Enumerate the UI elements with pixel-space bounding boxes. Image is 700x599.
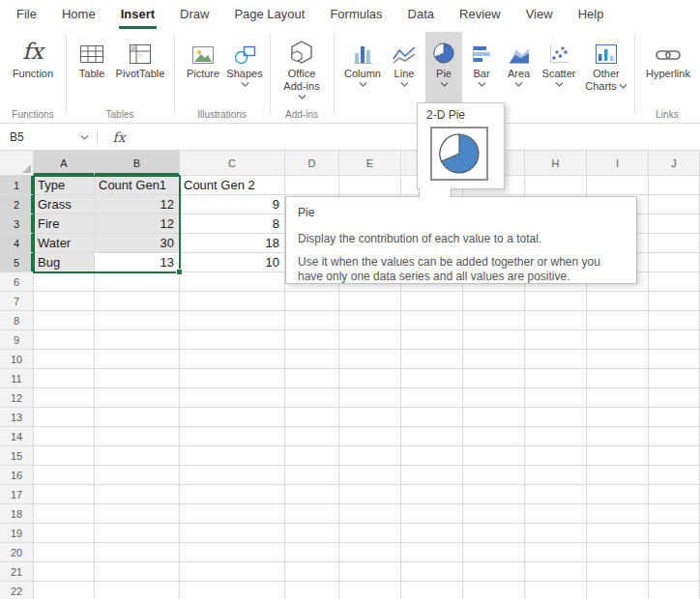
row-header-13[interactable]: 13 <box>0 408 34 427</box>
cell-H16[interactable] <box>525 466 587 485</box>
cell-E21[interactable] <box>339 562 401 582</box>
cell-E15[interactable] <box>339 446 401 466</box>
row-header-17[interactable]: 17 <box>0 485 34 504</box>
row-header-10[interactable]: 10 <box>0 350 34 369</box>
cell-E17[interactable] <box>339 485 401 504</box>
cell-C8[interactable] <box>180 311 285 330</box>
scatter-chart-button[interactable]: Scatter <box>538 32 580 102</box>
cell-H21[interactable] <box>525 562 587 582</box>
cell-B10[interactable] <box>95 350 180 369</box>
cell-G22[interactable] <box>463 582 525 599</box>
cell-C3[interactable]: 8 <box>180 214 285 234</box>
cell-B13[interactable] <box>95 408 180 427</box>
cell-J2[interactable] <box>649 195 700 214</box>
tab-data[interactable]: Data <box>395 0 447 29</box>
cell-F20[interactable] <box>401 543 463 562</box>
cell-D11[interactable] <box>285 369 339 388</box>
cell-B9[interactable] <box>95 330 180 350</box>
cell-G13[interactable] <box>463 408 525 427</box>
row-header-20[interactable]: 20 <box>0 543 34 562</box>
cell-B4[interactable]: 30 <box>95 234 180 253</box>
cell-E1[interactable] <box>339 176 401 195</box>
cell-D13[interactable] <box>285 408 339 427</box>
cell-E22[interactable] <box>339 582 401 599</box>
cell-I13[interactable] <box>587 408 649 427</box>
cell-E14[interactable] <box>339 427 401 446</box>
cell-J10[interactable] <box>649 350 700 369</box>
cell-C7[interactable] <box>180 292 285 311</box>
cell-B15[interactable] <box>95 446 180 466</box>
cell-B16[interactable] <box>95 466 180 485</box>
cell-C21[interactable] <box>180 562 285 582</box>
cell-D12[interactable] <box>285 388 339 408</box>
cell-F18[interactable] <box>401 504 463 524</box>
cell-I20[interactable] <box>587 543 649 562</box>
tab-review[interactable]: Review <box>447 0 513 29</box>
cell-A15[interactable] <box>34 446 95 466</box>
cell-B17[interactable] <box>95 485 180 504</box>
cell-I7[interactable] <box>587 292 649 311</box>
row-header-18[interactable]: 18 <box>0 504 34 524</box>
cell-A7[interactable] <box>34 292 95 311</box>
row-header-14[interactable]: 14 <box>0 427 34 446</box>
cell-J4[interactable] <box>649 234 700 253</box>
row-header-11[interactable]: 11 <box>0 369 34 388</box>
cell-D22[interactable] <box>285 582 339 599</box>
pivottable-button[interactable]: PivotTable <box>110 32 170 102</box>
cell-C16[interactable] <box>180 466 285 485</box>
cell-C20[interactable] <box>180 543 285 562</box>
cell-I9[interactable] <box>587 330 649 350</box>
cell-H15[interactable] <box>525 446 587 466</box>
cell-E19[interactable] <box>339 524 401 543</box>
cell-F9[interactable] <box>401 330 463 350</box>
cell-J15[interactable] <box>649 446 700 466</box>
cell-F8[interactable] <box>401 311 463 330</box>
cell-E8[interactable] <box>339 311 401 330</box>
cell-J14[interactable] <box>649 427 700 446</box>
cell-D9[interactable] <box>285 330 339 350</box>
cell-J18[interactable] <box>649 504 700 524</box>
cell-A16[interactable] <box>34 466 95 485</box>
row-header-21[interactable]: 21 <box>0 562 34 582</box>
cell-E10[interactable] <box>339 350 401 369</box>
row-header-6[interactable]: 6 <box>0 272 34 292</box>
tab-draw[interactable]: Draw <box>167 0 221 29</box>
cell-J13[interactable] <box>649 408 700 427</box>
cell-D1[interactable] <box>285 176 339 195</box>
cell-I12[interactable] <box>587 388 649 408</box>
column-header-B[interactable]: B <box>95 151 180 176</box>
cell-I17[interactable] <box>587 485 649 504</box>
cell-G17[interactable] <box>463 485 525 504</box>
row-header-4[interactable]: 4 <box>0 234 34 253</box>
tab-insert[interactable]: Insert <box>108 0 167 29</box>
cell-D7[interactable] <box>285 292 339 311</box>
cell-C5[interactable]: 10 <box>180 253 285 272</box>
cell-A14[interactable] <box>34 427 95 446</box>
cell-I10[interactable] <box>587 350 649 369</box>
cell-F19[interactable] <box>401 524 463 543</box>
cell-J12[interactable] <box>649 388 700 408</box>
cell-J7[interactable] <box>649 292 700 311</box>
cell-J5[interactable] <box>649 253 700 272</box>
row-header-16[interactable]: 16 <box>0 466 34 485</box>
cell-C19[interactable] <box>180 524 285 543</box>
cell-D21[interactable] <box>285 562 339 582</box>
row-header-15[interactable]: 15 <box>0 446 34 466</box>
cell-D17[interactable] <box>285 485 339 504</box>
cell-J20[interactable] <box>649 543 700 562</box>
cell-J9[interactable] <box>649 330 700 350</box>
row-header-5[interactable]: 5 <box>0 253 34 272</box>
cell-E9[interactable] <box>339 330 401 350</box>
cell-D20[interactable] <box>285 543 339 562</box>
cell-B5[interactable]: 13 <box>95 253 180 272</box>
tab-help[interactable]: Help <box>566 0 617 29</box>
cell-F16[interactable] <box>401 466 463 485</box>
cell-G10[interactable] <box>463 350 525 369</box>
cell-B1[interactable]: Count Gen1 <box>95 176 180 195</box>
cell-D15[interactable] <box>285 446 339 466</box>
cell-D18[interactable] <box>285 504 339 524</box>
column-header-C[interactable]: C <box>180 151 285 176</box>
cell-B3[interactable]: 12 <box>95 214 180 234</box>
cell-B20[interactable] <box>95 543 180 562</box>
cell-H11[interactable] <box>525 369 587 388</box>
